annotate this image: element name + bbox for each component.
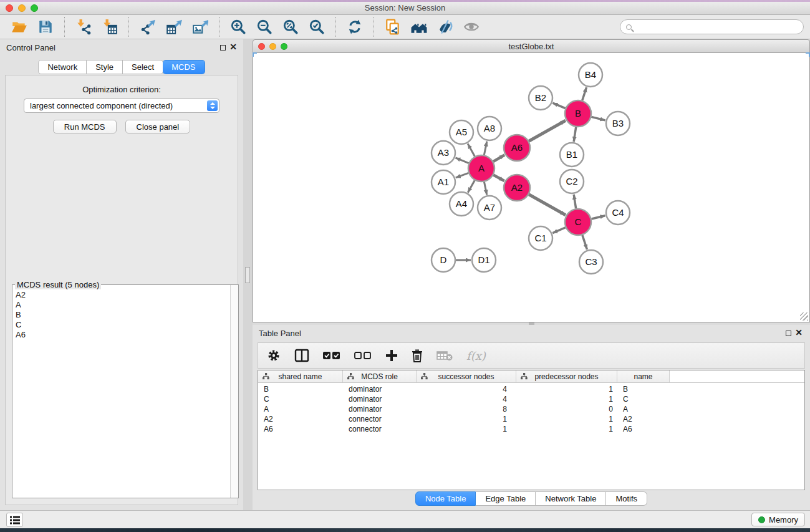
table-row[interactable]: Adominator80A [258, 405, 804, 415]
graph-node-C[interactable]: C [565, 209, 591, 235]
list-item[interactable]: A2 [13, 290, 229, 300]
hide-graphics-details-icon[interactable] [437, 19, 453, 35]
graph-node-B3[interactable]: B3 [606, 112, 630, 135]
export-table-icon[interactable] [166, 19, 182, 35]
splitter-handle[interactable] [245, 267, 250, 283]
graph-node-B[interactable]: B [565, 100, 591, 127]
table-cell[interactable]: B [258, 385, 343, 395]
table-row[interactable]: Cdominator41C [258, 395, 804, 405]
list-item[interactable]: B [13, 310, 229, 320]
table-cell[interactable]: C [258, 395, 343, 405]
column-header-shared-name[interactable]: shared name [258, 370, 343, 382]
delete-column-icon[interactable] [412, 348, 423, 363]
tab-motifs[interactable]: Motifs [606, 491, 647, 506]
graph-node-D[interactable]: D [432, 248, 455, 272]
split-view-icon[interactable] [294, 348, 309, 363]
table-cell[interactable]: 0 [516, 405, 617, 415]
export-network-icon[interactable] [140, 19, 156, 35]
search-input[interactable] [632, 21, 803, 33]
table-cell[interactable]: B [617, 385, 670, 395]
list-item[interactable]: C [13, 320, 229, 330]
graph-node-A1[interactable]: A1 [432, 170, 455, 194]
column-header-name[interactable]: name [617, 370, 670, 382]
graph-node-A8[interactable]: A8 [478, 117, 501, 140]
criterion-dropdown[interactable]: largest connected component (directed) [24, 99, 219, 113]
graph-edge[interactable] [574, 127, 576, 142]
network-window-titlebar[interactable]: testGlobe.txt [253, 39, 810, 53]
table-cell[interactable]: dominator [343, 385, 417, 395]
graph-node-A[interactable]: A [468, 155, 494, 181]
tab-select[interactable]: Select [123, 60, 163, 74]
graph-node-C2[interactable]: C2 [560, 170, 584, 193]
minimize-network-button[interactable] [269, 43, 276, 50]
graph-node-B1[interactable]: B1 [560, 143, 584, 167]
graph-edge[interactable] [493, 155, 504, 162]
deselect-all-icon[interactable] [354, 348, 372, 363]
graph-edge[interactable] [552, 103, 565, 108]
table-cell[interactable]: 1 [516, 385, 617, 395]
graph-node-A7[interactable]: A7 [478, 196, 501, 220]
tab-edge-table[interactable]: Edge Table [476, 491, 536, 506]
list-item[interactable]: A6 [13, 330, 229, 340]
graph-edge[interactable] [591, 216, 605, 219]
graph-edge[interactable] [468, 143, 475, 156]
zoom-window-button[interactable] [31, 4, 38, 12]
table-cell[interactable]: 1 [516, 395, 617, 405]
graph-edge[interactable] [455, 158, 468, 163]
column-header-predecessor-nodes[interactable]: predecessor nodes [516, 370, 617, 382]
table-cell[interactable]: 4 [417, 395, 516, 405]
table-cell[interactable]: A2 [617, 415, 670, 425]
tab-network-table[interactable]: Network Table [536, 491, 606, 506]
table-cell[interactable]: 4 [417, 385, 516, 395]
graph-node-B4[interactable]: B4 [579, 63, 602, 87]
graph-node-C4[interactable]: C4 [606, 201, 630, 225]
zoom-fit-icon[interactable] [282, 19, 299, 35]
table-row[interactable]: A6connector11A6 [258, 425, 804, 435]
graph-edge[interactable] [582, 235, 587, 249]
table-cell[interactable]: 8 [417, 405, 516, 415]
graph-node-A3[interactable]: A3 [432, 141, 455, 165]
graph-node-D1[interactable]: D1 [472, 248, 496, 272]
graph-edge[interactable] [552, 228, 566, 233]
network-view[interactable]: AA1A2A3A4A5A6A7A8BB1B2B3B4CC1C2C3C4DD1 [253, 53, 810, 322]
mcds-result-scrollbar[interactable] [230, 285, 238, 498]
graph-edge[interactable] [456, 173, 469, 177]
close-network-button[interactable] [258, 43, 265, 50]
table-cell[interactable]: A6 [258, 425, 343, 435]
vertical-splitter[interactable] [243, 39, 253, 510]
import-table-icon[interactable] [102, 19, 118, 35]
graph-edge[interactable] [529, 195, 566, 215]
close-panel-icon[interactable]: ✕ [229, 42, 237, 51]
table-cell[interactable]: connector [343, 425, 417, 435]
close-panel-button[interactable]: Close panel [125, 120, 191, 133]
graph-edge[interactable] [591, 117, 605, 120]
graph-edge[interactable] [529, 120, 566, 141]
home-icon[interactable] [411, 19, 427, 35]
graph-edge[interactable] [582, 87, 587, 100]
table-cell[interactable]: 1 [516, 415, 617, 425]
table-cell[interactable]: 1 [516, 425, 617, 435]
minimize-window-button[interactable] [18, 4, 26, 12]
graph-edge[interactable] [484, 142, 486, 155]
table-cell[interactable]: 1 [417, 415, 516, 425]
save-session-icon[interactable] [37, 19, 54, 35]
graph-edge[interactable] [484, 182, 486, 195]
close-window-button[interactable] [6, 4, 13, 12]
select-all-icon[interactable] [323, 348, 340, 363]
gear-icon[interactable] [267, 348, 281, 363]
tab-mcds[interactable]: MCDS [163, 60, 205, 74]
table-cell[interactable]: 1 [417, 425, 516, 435]
table-cell[interactable]: connector [343, 415, 417, 425]
graph-node-C1[interactable]: C1 [529, 226, 552, 250]
graph-node-A5[interactable]: A5 [450, 120, 473, 144]
clone-network-icon[interactable] [385, 19, 401, 35]
zoom-selected-icon[interactable] [309, 19, 325, 35]
tab-node-table[interactable]: Node Table [415, 491, 476, 506]
table-cell[interactable]: C [617, 395, 670, 405]
graph-edge[interactable] [493, 175, 504, 181]
table-cell[interactable]: A2 [258, 415, 343, 425]
float-panel-icon[interactable] [786, 331, 791, 336]
graph-edge[interactable] [468, 180, 475, 193]
graph-node-A2[interactable]: A2 [504, 175, 530, 201]
tab-network[interactable]: Network [38, 60, 87, 74]
